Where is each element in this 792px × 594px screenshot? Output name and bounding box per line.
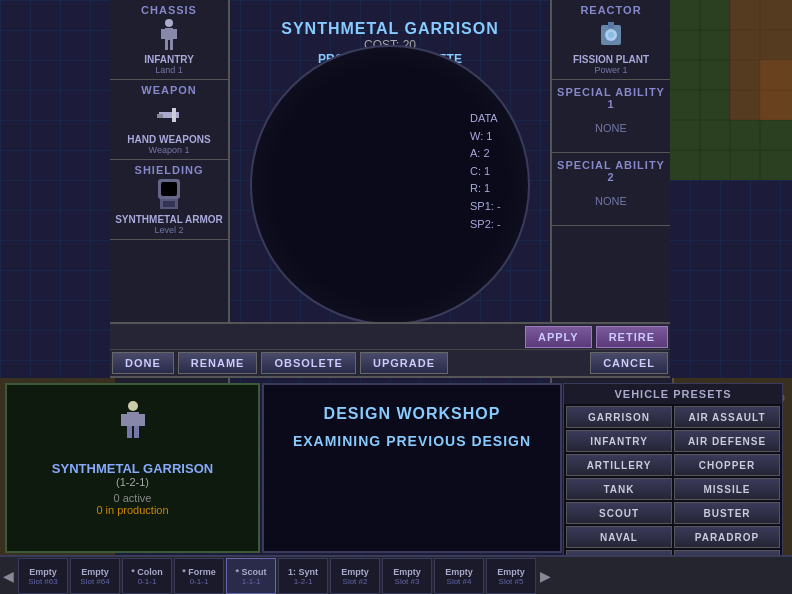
chassis-name: INFANTRY	[114, 54, 224, 65]
preset-buster[interactable]: BUSTER	[674, 502, 780, 524]
preset-air-defense[interactable]: AIR DEFENSE	[674, 430, 780, 452]
slot-colon[interactable]: * Colon 0-1-1	[122, 558, 172, 594]
svg-rect-18	[172, 108, 176, 122]
special2-label: SPECIAL ABILITY 2	[556, 159, 666, 183]
stat-sp1: SP1: -	[470, 198, 501, 216]
svg-rect-23	[163, 201, 175, 207]
svg-rect-13	[161, 29, 165, 39]
info-unit-code: (1-2-1)	[15, 476, 250, 488]
svg-rect-52	[134, 426, 139, 438]
shielding-name: SYNTHMETAL ARMOR	[114, 214, 224, 225]
svg-rect-21	[161, 182, 177, 196]
chassis-icon	[154, 20, 184, 50]
cancel-button[interactable]: CANCEL	[590, 352, 668, 374]
chassis-label: CHASSIS	[114, 4, 224, 16]
info-unit-name: SYNTHMETAL GARRISON	[15, 461, 250, 476]
stat-w: W: 1	[470, 128, 501, 146]
button-row-2: DONE RENAME OBSOLETE UPGRADE CANCEL	[110, 350, 670, 378]
slots-prev-arrow[interactable]: ◀	[0, 568, 17, 584]
preset-air-assault[interactable]: AIR ASSAULT	[674, 406, 780, 428]
svg-rect-12	[165, 28, 173, 40]
slot-2[interactable]: Empty Slot #2	[330, 558, 380, 594]
svg-rect-14	[173, 29, 177, 39]
reactor-section[interactable]: REACTOR FISSION PLANT Power 1	[552, 0, 670, 80]
unit-name: SYNTHMETAL GARRISON	[230, 10, 550, 38]
workshop-title: DESIGN WORKSHOP	[264, 385, 560, 423]
slots-bar: ◀ Empty Slot #63 Empty Slot #64 * Colon …	[0, 555, 792, 594]
preset-missile[interactable]: MISSILE	[674, 478, 780, 500]
preset-chopper[interactable]: CHOPPER	[674, 454, 780, 476]
reactor-icon	[596, 20, 626, 50]
svg-point-11	[165, 19, 173, 27]
retire-button[interactable]: RETIRE	[596, 326, 668, 348]
unit-info-sprite	[15, 398, 250, 456]
reactor-label: REACTOR	[556, 4, 666, 16]
preset-paradrop[interactable]: PARADROP	[674, 526, 780, 548]
svg-rect-19	[157, 114, 163, 118]
stat-a: A: 2	[470, 145, 501, 163]
preset-infantry[interactable]: INFANTRY	[566, 430, 672, 452]
slot-63[interactable]: Empty Slot #63	[18, 558, 68, 594]
info-panel-inner: SYNTHMETAL GARRISON (1-2-1) 0 active 0 i…	[7, 385, 258, 524]
shielding-sub: Level 2	[114, 225, 224, 235]
weapon-icon	[154, 100, 184, 130]
preset-scout[interactable]: SCOUT	[566, 502, 672, 524]
slot-64[interactable]: Empty Slot #64	[70, 558, 120, 594]
svg-rect-16	[170, 40, 173, 50]
reactor-name: FISSION PLANT	[556, 54, 666, 65]
special1-label: SPECIAL ABILITY 1	[556, 86, 666, 110]
presets-grid: GARRISON AIR ASSAULT INFANTRY AIR DEFENS…	[564, 404, 782, 574]
terrain-map	[670, 0, 792, 180]
svg-point-33	[608, 32, 614, 38]
reactor-sub: Power 1	[556, 65, 666, 75]
slot-synt[interactable]: 1: Synt 1-2-1	[278, 558, 328, 594]
data-label: DATA	[470, 110, 501, 128]
apply-button[interactable]: APPLY	[525, 326, 592, 348]
stat-sp2: SP2: -	[470, 216, 501, 234]
rename-button[interactable]: RENAME	[178, 352, 258, 374]
preset-tank[interactable]: TANK	[566, 478, 672, 500]
preset-naval[interactable]: NAVAL	[566, 526, 672, 548]
slot-4[interactable]: Empty Slot #4	[434, 558, 484, 594]
obsolete-button[interactable]: OBSOLETE	[261, 352, 356, 374]
chassis-sub: Land 1	[114, 65, 224, 75]
slot-3[interactable]: Empty Slot #3	[382, 558, 432, 594]
weapon-section[interactable]: WEAPON HAND WEAPONS Weapon 1	[110, 80, 228, 160]
workshop-subtitle: EXAMINING PREVIOUS DESIGN	[264, 423, 560, 449]
shielding-section[interactable]: SHIELDING SYNTHMETAL ARMOR Level 2	[110, 160, 228, 240]
svg-rect-49	[121, 414, 127, 426]
done-button[interactable]: DONE	[112, 352, 174, 374]
workshop-panel: DESIGN WORKSHOP EXAMINING PREVIOUS DESIG…	[262, 383, 562, 553]
special2-section[interactable]: SPECIAL ABILITY 2 NONE	[552, 153, 670, 226]
info-production: 0 in production	[15, 504, 250, 516]
shielding-icon	[154, 180, 184, 210]
weapon-label: WEAPON	[114, 84, 224, 96]
weapon-name: HAND WEAPONS	[114, 134, 224, 145]
svg-rect-10	[760, 60, 792, 120]
stats-panel: DATA W: 1 A: 2 C: 1 R: 1 SP1: - SP2: -	[470, 110, 501, 233]
svg-rect-15	[165, 40, 168, 50]
slot-forme[interactable]: * Forme 0-1-1	[174, 558, 224, 594]
svg-rect-50	[139, 414, 145, 426]
slot-scout[interactable]: * Scout 1-1-1	[226, 558, 276, 594]
svg-rect-48	[127, 412, 139, 426]
svg-rect-51	[127, 426, 132, 438]
special1-section[interactable]: SPECIAL ABILITY 1 NONE	[552, 80, 670, 153]
weapon-sub: Weapon 1	[114, 145, 224, 155]
chassis-section[interactable]: CHASSIS INFANTRY Land 1	[110, 0, 228, 80]
slot-5[interactable]: Empty Slot #5	[486, 558, 536, 594]
unit-display-area: SYNTHMETAL GARRISON COST: 20 PROTOTYPE C…	[230, 10, 550, 330]
button-row-1: APPLY RETIRE	[110, 322, 670, 350]
info-active: 0 active	[15, 492, 250, 504]
preset-artillery[interactable]: ARTILLERY	[566, 454, 672, 476]
stat-r: R: 1	[470, 180, 501, 198]
svg-rect-34	[608, 22, 614, 28]
upgrade-button[interactable]: UPGRADE	[360, 352, 448, 374]
stat-c: C: 1	[470, 163, 501, 181]
special2-value: NONE	[556, 187, 666, 215]
slots-next-arrow[interactable]: ▶	[537, 568, 554, 584]
preset-garrison[interactable]: GARRISON	[566, 406, 672, 428]
vehicle-presets-panel: VEHICLE PRESETS GARRISON AIR ASSAULT INF…	[563, 383, 783, 583]
unit-info-panel: SYNTHMETAL GARRISON (1-2-1) 0 active 0 i…	[5, 383, 260, 553]
shielding-label: SHIELDING	[114, 164, 224, 176]
